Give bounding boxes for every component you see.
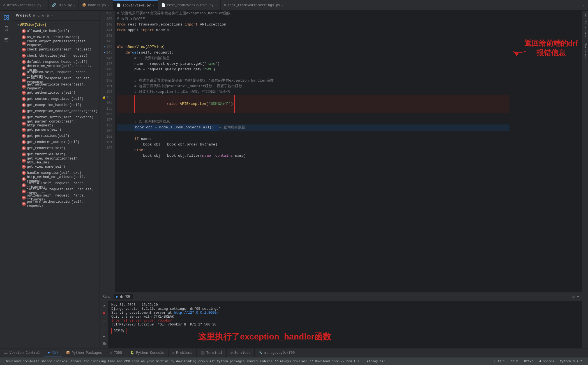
tab-python-console[interactable]: 🐍 Python Console [126, 348, 169, 357]
code-container[interactable]: 138 139 140 141 142 143 ▶144 ▶145 146 14… [100, 11, 582, 292]
close-icon[interactable]: ✕ [73, 4, 75, 7]
expand-icon[interactable]: ⇅ [37, 13, 40, 18]
list-item[interactable]: mperform_authentication(self, request) [13, 201, 100, 207]
code-line-160: else: [117, 147, 509, 153]
list-item[interactable]: mget_authenticators(self) [13, 90, 100, 96]
stop-button[interactable]: ■ [101, 311, 107, 317]
close-icon[interactable]: ✕ [108, 4, 110, 7]
list-item[interactable]: mget_renderer_context(self) [13, 139, 100, 145]
status-indent[interactable]: 4 spaces [536, 360, 557, 363]
list-item[interactable]: mget_view_name(self) [13, 164, 100, 170]
code-line-158: if name: [117, 136, 509, 142]
server-url-link[interactable]: http://127.0.0.1:8000/ [174, 311, 218, 315]
run-line-5: Internal Server Error: /books/ [111, 319, 579, 323]
tab-services[interactable]: ⚙ Services [227, 348, 255, 357]
list-item[interactable]: mget_view_description(self, html=False) [13, 158, 100, 164]
panel-content: May 31, 2023 - 15:22:20 Django version 3… [109, 301, 582, 348]
side-label-notifications[interactable]: Notifications [582, 11, 588, 40]
bottom-panel: Run: ▶ drf09 ⚙ − ↺ ■ ↑ ↓ [100, 292, 582, 348]
code-line-150: # 在这里设置异常验证是否drf报错是否执行了源代码中的exception_ha… [117, 78, 509, 84]
tab-run[interactable]: ▶ Run [44, 348, 62, 357]
list-item[interactable]: mget_exception_handler_context(self) [13, 108, 100, 114]
code-line-143 [117, 39, 509, 44]
code-line-141: from app01 import models [117, 27, 509, 33]
code-line-138: # 设置场景只要drf出现异常就会执行上面exception_handler函数 [117, 11, 509, 16]
badge-m: m [22, 109, 26, 113]
side-label-services[interactable]: Services [582, 40, 588, 61]
sidebar-title: Project [16, 13, 31, 18]
scroll-up-button[interactable]: ↑ [101, 318, 107, 324]
todo-icon: ☑ [110, 351, 112, 355]
locate-icon[interactable]: ⊕ [33, 13, 35, 18]
tab-terminal[interactable]: ⬛ Terminal [197, 348, 227, 357]
models-file-icon: 📦 [82, 3, 86, 7]
code-line-142 [117, 33, 509, 39]
collapse-icon[interactable]: ⇆ [42, 13, 44, 18]
minimize-icon[interactable]: − [577, 295, 579, 299]
run-tab[interactable]: ▶ drf09 [114, 294, 133, 299]
list-item[interactable]: mget_permissions(self) [13, 133, 100, 139]
status-charset[interactable]: UTF-8 [521, 360, 536, 363]
tab-urls[interactable]: 🔗 urls.py ✕ [49, 0, 79, 10]
run-play-icon: ▶ [116, 295, 118, 299]
tab-rf-settings[interactable]: ⚙ rest_framework\settings.py ✕ [221, 0, 287, 10]
tab-views-active[interactable]: 📄 app01\views.py ✕ [113, 0, 158, 10]
project-tab[interactable] [1, 12, 11, 22]
list-item[interactable]: mcheck_permissions(self, request) [13, 47, 100, 53]
tab-rf-views[interactable]: 📄 rest_framework\views.py ✕ [158, 0, 221, 10]
list-item[interactable]: mget_content_negotiator(self) [13, 96, 100, 102]
list-item[interactable]: mcheck_throttles(self, request) [13, 53, 100, 59]
scroll-down-button[interactable]: ↓ [101, 325, 107, 331]
list-item[interactable]: mcheck_object_permissions(self, request,… [13, 40, 100, 47]
code-line-159: book_obj = book_obj.order_by(name) [117, 142, 509, 147]
tree-root[interactable]: ▼ APIView(View) [13, 22, 100, 28]
status-encoding[interactable]: CRLF [508, 360, 521, 363]
structure-tab[interactable] [1, 35, 11, 45]
more-tabs-button[interactable]: ⋯ [580, 3, 588, 8]
list-item[interactable]: mget_parser_context(self, http_request) [13, 121, 100, 127]
tab-settings[interactable]: ⚙ drf09\settings.py ✕ [0, 0, 49, 10]
badge-m: m [22, 85, 26, 89]
close-icon[interactable]: ✕ [282, 4, 283, 7]
code-line-162 [117, 159, 509, 164]
badge-m: m [22, 171, 26, 175]
problems-icon: ⚠ [172, 351, 174, 355]
list-item[interactable]: mget_authenticate_header(self, request) [13, 84, 100, 90]
code-lines: # 设置场景只要drf出现异常就会执行上面exception_handler函数… [115, 11, 512, 292]
gear-icon[interactable]: ⚙ [572, 295, 575, 299]
tab-bar: ⚙ drf09\settings.py ✕ 🔗 urls.py ✕ 📦 mode… [0, 0, 588, 11]
tab-problems[interactable]: ⚠ Problems [169, 348, 197, 357]
gear-icon[interactable]: ⚙ [47, 13, 49, 18]
svg-rect-1 [7, 15, 9, 17]
close-icon[interactable]: ✕ [153, 4, 154, 7]
badge-m: m [22, 72, 26, 76]
code-line-148: pwe = request.query_params.get('pwd') [117, 67, 509, 72]
badge-m: m [22, 54, 26, 58]
badge-m: m [22, 35, 26, 39]
badge-m: m [22, 183, 26, 187]
close-icon[interactable]: ✕ [43, 4, 45, 7]
rf-views-file-icon: 📄 [161, 3, 165, 7]
soft-wrap-button[interactable]: ↵ [101, 333, 107, 339]
rerun-button[interactable]: ↺ [101, 303, 107, 309]
run-line-1: May 31, 2023 - 15:22:20 [111, 303, 579, 307]
close-icon[interactable]: ✕ [215, 4, 217, 7]
bookmarks-tab[interactable] [1, 24, 11, 34]
status-python[interactable]: Python 3.9.7 [557, 360, 585, 363]
list-item[interactable]: mget_parsers(self) [13, 127, 100, 133]
list-item[interactable]: mget_exception_handler(self) [13, 102, 100, 108]
code-line-154 [117, 113, 509, 119]
print-button[interactable]: 🖶 [101, 341, 107, 346]
tab-todo[interactable]: ☑ TODO [106, 348, 126, 357]
list-item[interactable]: mget_renderers(self) [13, 145, 100, 151]
tab-manage[interactable]: 🔧 manage.py@drf09 [255, 348, 299, 357]
status-position[interactable]: 13:1 [494, 360, 508, 363]
list-item[interactable]: mallowed_methods(self) [13, 28, 100, 34]
svg-rect-2 [7, 18, 9, 19]
tab-version-control[interactable]: ⎇ Version Control [0, 348, 44, 357]
minimize-icon[interactable]: − [51, 13, 53, 18]
tab-models[interactable]: 📦 models.py ✕ [79, 0, 113, 10]
rf-settings-file-icon: ⚙ [224, 3, 226, 7]
panel-icons: ↺ ■ ↑ ↓ ↵ 🖶 [100, 301, 109, 348]
tab-python-packages[interactable]: 📦 Python Packages [62, 348, 106, 357]
